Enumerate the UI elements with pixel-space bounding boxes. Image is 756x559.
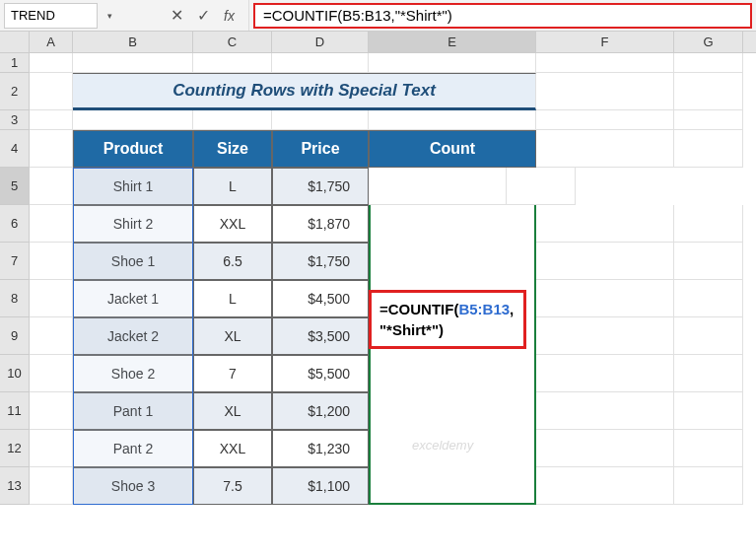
cell[interactable] [674, 392, 743, 430]
cell[interactable] [30, 243, 73, 280]
data-price[interactable]: $1,870 [272, 205, 369, 243]
data-price[interactable]: $1,750 [272, 243, 369, 280]
cell[interactable] [193, 53, 272, 73]
data-price[interactable]: $4,500 [272, 280, 369, 317]
select-all-corner[interactable] [0, 32, 30, 52]
cell[interactable] [30, 467, 73, 505]
cell[interactable] [30, 168, 73, 205]
data-product[interactable]: Jacket 1 [73, 280, 193, 317]
data-product[interactable]: Shirt 1 [73, 168, 193, 205]
cell[interactable] [30, 205, 73, 243]
cell[interactable] [30, 430, 73, 467]
col-header-g[interactable]: G [674, 32, 743, 52]
title-cell[interactable]: Counting Rows with Special Text [73, 73, 536, 110]
cell[interactable] [536, 430, 674, 467]
cell[interactable] [674, 130, 743, 168]
data-size[interactable]: L [193, 168, 272, 205]
data-size[interactable]: 7 [193, 355, 272, 392]
header-size[interactable]: Size [193, 130, 272, 168]
cell[interactable] [369, 110, 536, 130]
cell[interactable] [30, 317, 73, 355]
cell[interactable] [369, 168, 507, 205]
row-header-9[interactable]: 9 [0, 317, 30, 355]
cell[interactable] [536, 392, 674, 430]
row-header-5[interactable]: 5 [0, 168, 30, 205]
row-header-8[interactable]: 8 [0, 280, 30, 317]
cell[interactable] [536, 317, 674, 355]
header-count[interactable]: Count [369, 130, 536, 168]
row-header-6[interactable]: 6 [0, 205, 30, 243]
cell[interactable] [193, 110, 272, 130]
data-price[interactable]: $1,200 [272, 392, 369, 430]
data-size[interactable]: XL [193, 392, 272, 430]
col-header-f[interactable]: F [536, 32, 674, 52]
cell[interactable] [507, 168, 576, 205]
cell[interactable] [272, 53, 369, 73]
cell[interactable] [30, 130, 73, 168]
data-product[interactable]: Shirt 2 [73, 205, 193, 243]
row-header-7[interactable]: 7 [0, 243, 30, 280]
row-header-2[interactable]: 2 [0, 73, 30, 110]
cell[interactable] [536, 243, 674, 280]
cell[interactable] [30, 53, 73, 73]
cell[interactable] [674, 280, 743, 317]
col-header-a[interactable]: A [30, 32, 73, 52]
cell[interactable] [369, 53, 536, 73]
cell[interactable] [536, 110, 674, 130]
data-product[interactable]: Shoe 1 [73, 243, 193, 280]
cell[interactable] [536, 130, 674, 168]
col-header-e[interactable]: E [369, 32, 536, 52]
data-product[interactable]: Jacket 2 [73, 317, 193, 355]
formula-input[interactable]: =COUNTIF(B5:B13,"*Shirt*") [253, 3, 752, 29]
cell[interactable] [674, 73, 743, 110]
cell[interactable] [536, 73, 674, 110]
cell[interactable] [272, 110, 369, 130]
cell[interactable] [30, 73, 73, 110]
data-size[interactable]: L [193, 280, 272, 317]
data-price[interactable]: $3,500 [272, 317, 369, 355]
data-size[interactable]: XXL [193, 205, 272, 243]
data-product[interactable]: Shoe 3 [73, 467, 193, 505]
data-product[interactable]: Pant 2 [73, 430, 193, 467]
col-header-c[interactable]: C [193, 32, 272, 52]
cell[interactable] [674, 430, 743, 467]
cell[interactable] [30, 355, 73, 392]
cell[interactable] [674, 355, 743, 392]
data-size[interactable]: 6.5 [193, 243, 272, 280]
cell[interactable] [674, 53, 743, 73]
data-price[interactable]: $1,100 [272, 467, 369, 505]
cancel-icon[interactable]: ✕ [171, 6, 183, 25]
data-price[interactable]: $1,750 [272, 168, 369, 205]
row-header-13[interactable]: 13 [0, 467, 30, 505]
cell[interactable] [30, 392, 73, 430]
cell[interactable] [536, 467, 674, 505]
cell[interactable] [674, 317, 743, 355]
row-header-1[interactable]: 1 [0, 53, 30, 73]
header-product[interactable]: Product [73, 130, 193, 168]
cell[interactable] [536, 280, 674, 317]
data-size[interactable]: XXL [193, 430, 272, 467]
cell[interactable] [536, 205, 674, 243]
row-header-11[interactable]: 11 [0, 392, 30, 430]
data-size[interactable]: XL [193, 317, 272, 355]
fx-icon[interactable]: fx [224, 8, 235, 24]
cell[interactable] [536, 53, 674, 73]
cell[interactable] [30, 110, 73, 130]
enter-icon[interactable]: ✓ [197, 6, 210, 25]
cell[interactable] [674, 243, 743, 280]
cell[interactable] [73, 53, 193, 73]
cell[interactable] [73, 110, 193, 130]
name-box-dropdown-icon[interactable]: ▾ [102, 11, 117, 21]
data-price[interactable]: $5,500 [272, 355, 369, 392]
cell[interactable] [536, 355, 674, 392]
row-header-3[interactable]: 3 [0, 110, 30, 130]
data-product[interactable]: Shoe 2 [73, 355, 193, 392]
col-header-b[interactable]: B [73, 32, 193, 52]
cell[interactable] [674, 110, 743, 130]
cell[interactable] [674, 205, 743, 243]
data-price[interactable]: $1,230 [272, 430, 369, 467]
cell[interactable] [674, 467, 743, 505]
name-box[interactable]: TREND [4, 3, 98, 29]
cell[interactable] [30, 280, 73, 317]
data-size[interactable]: 7.5 [193, 467, 272, 505]
